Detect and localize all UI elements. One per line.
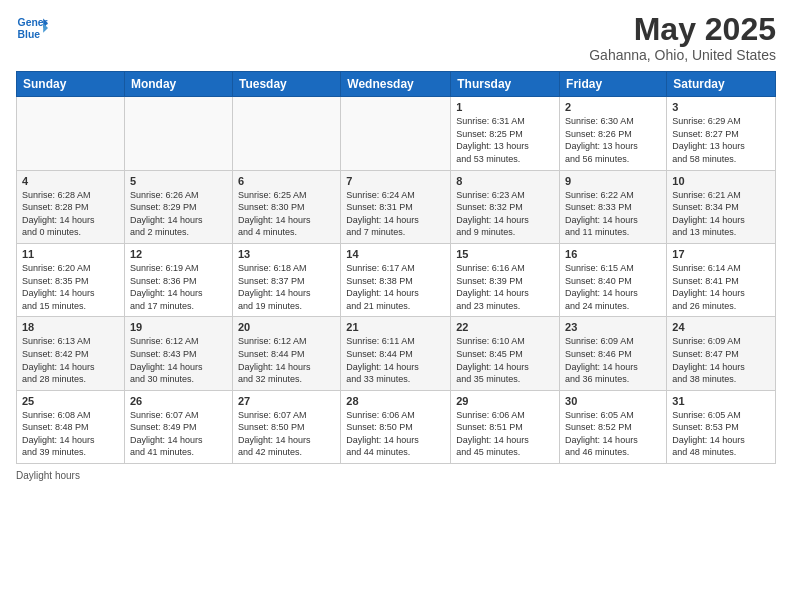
- calendar-cell: 23Sunrise: 6:09 AM Sunset: 8:46 PM Dayli…: [560, 317, 667, 390]
- footer-text: Daylight hours: [16, 470, 80, 481]
- footer: Daylight hours: [16, 470, 776, 481]
- day-number: 29: [456, 395, 554, 407]
- calendar-day-header: Tuesday: [232, 72, 340, 97]
- day-number: 10: [672, 175, 770, 187]
- day-number: 5: [130, 175, 227, 187]
- calendar-table: SundayMondayTuesdayWednesdayThursdayFrid…: [16, 71, 776, 464]
- title-block: May 2025 Gahanna, Ohio, United States: [589, 12, 776, 63]
- day-number: 15: [456, 248, 554, 260]
- day-number: 7: [346, 175, 445, 187]
- day-number: 6: [238, 175, 335, 187]
- day-info: Sunrise: 6:09 AM Sunset: 8:46 PM Dayligh…: [565, 335, 661, 385]
- calendar-cell: [341, 97, 451, 170]
- calendar-cell: 27Sunrise: 6:07 AM Sunset: 8:50 PM Dayli…: [232, 390, 340, 463]
- calendar-day-header: Monday: [124, 72, 232, 97]
- day-number: 23: [565, 321, 661, 333]
- day-info: Sunrise: 6:20 AM Sunset: 8:35 PM Dayligh…: [22, 262, 119, 312]
- day-number: 21: [346, 321, 445, 333]
- calendar-cell: 2Sunrise: 6:30 AM Sunset: 8:26 PM Daylig…: [560, 97, 667, 170]
- day-number: 9: [565, 175, 661, 187]
- day-number: 18: [22, 321, 119, 333]
- header: General Blue May 2025 Gahanna, Ohio, Uni…: [16, 12, 776, 63]
- calendar-cell: 25Sunrise: 6:08 AM Sunset: 8:48 PM Dayli…: [17, 390, 125, 463]
- day-number: 22: [456, 321, 554, 333]
- calendar-week-row: 18Sunrise: 6:13 AM Sunset: 8:42 PM Dayli…: [17, 317, 776, 390]
- calendar-cell: 28Sunrise: 6:06 AM Sunset: 8:50 PM Dayli…: [341, 390, 451, 463]
- calendar-cell: [124, 97, 232, 170]
- logo-icon: General Blue: [16, 12, 48, 44]
- day-number: 30: [565, 395, 661, 407]
- day-info: Sunrise: 6:28 AM Sunset: 8:28 PM Dayligh…: [22, 189, 119, 239]
- day-info: Sunrise: 6:31 AM Sunset: 8:25 PM Dayligh…: [456, 115, 554, 165]
- calendar-cell: 7Sunrise: 6:24 AM Sunset: 8:31 PM Daylig…: [341, 170, 451, 243]
- calendar-day-header: Wednesday: [341, 72, 451, 97]
- day-number: 13: [238, 248, 335, 260]
- day-number: 24: [672, 321, 770, 333]
- day-number: 12: [130, 248, 227, 260]
- calendar-cell: 16Sunrise: 6:15 AM Sunset: 8:40 PM Dayli…: [560, 243, 667, 316]
- day-info: Sunrise: 6:14 AM Sunset: 8:41 PM Dayligh…: [672, 262, 770, 312]
- day-info: Sunrise: 6:05 AM Sunset: 8:52 PM Dayligh…: [565, 409, 661, 459]
- day-info: Sunrise: 6:17 AM Sunset: 8:38 PM Dayligh…: [346, 262, 445, 312]
- day-number: 1: [456, 101, 554, 113]
- day-info: Sunrise: 6:21 AM Sunset: 8:34 PM Dayligh…: [672, 189, 770, 239]
- calendar-cell: 18Sunrise: 6:13 AM Sunset: 8:42 PM Dayli…: [17, 317, 125, 390]
- calendar-cell: 3Sunrise: 6:29 AM Sunset: 8:27 PM Daylig…: [667, 97, 776, 170]
- calendar-cell: 22Sunrise: 6:10 AM Sunset: 8:45 PM Dayli…: [451, 317, 560, 390]
- calendar-cell: 9Sunrise: 6:22 AM Sunset: 8:33 PM Daylig…: [560, 170, 667, 243]
- calendar-cell: 1Sunrise: 6:31 AM Sunset: 8:25 PM Daylig…: [451, 97, 560, 170]
- day-info: Sunrise: 6:09 AM Sunset: 8:47 PM Dayligh…: [672, 335, 770, 385]
- day-number: 8: [456, 175, 554, 187]
- calendar-cell: 19Sunrise: 6:12 AM Sunset: 8:43 PM Dayli…: [124, 317, 232, 390]
- day-number: 20: [238, 321, 335, 333]
- calendar-week-row: 25Sunrise: 6:08 AM Sunset: 8:48 PM Dayli…: [17, 390, 776, 463]
- day-number: 17: [672, 248, 770, 260]
- calendar-cell: 26Sunrise: 6:07 AM Sunset: 8:49 PM Dayli…: [124, 390, 232, 463]
- month-title: May 2025: [589, 12, 776, 47]
- day-number: 19: [130, 321, 227, 333]
- day-info: Sunrise: 6:13 AM Sunset: 8:42 PM Dayligh…: [22, 335, 119, 385]
- day-info: Sunrise: 6:16 AM Sunset: 8:39 PM Dayligh…: [456, 262, 554, 312]
- day-info: Sunrise: 6:11 AM Sunset: 8:44 PM Dayligh…: [346, 335, 445, 385]
- calendar-cell: 20Sunrise: 6:12 AM Sunset: 8:44 PM Dayli…: [232, 317, 340, 390]
- location: Gahanna, Ohio, United States: [589, 47, 776, 63]
- day-info: Sunrise: 6:07 AM Sunset: 8:49 PM Dayligh…: [130, 409, 227, 459]
- day-info: Sunrise: 6:24 AM Sunset: 8:31 PM Dayligh…: [346, 189, 445, 239]
- svg-text:Blue: Blue: [18, 29, 41, 40]
- calendar-cell: 5Sunrise: 6:26 AM Sunset: 8:29 PM Daylig…: [124, 170, 232, 243]
- day-number: 28: [346, 395, 445, 407]
- calendar-cell: 17Sunrise: 6:14 AM Sunset: 8:41 PM Dayli…: [667, 243, 776, 316]
- page: General Blue May 2025 Gahanna, Ohio, Uni…: [0, 0, 792, 489]
- day-info: Sunrise: 6:15 AM Sunset: 8:40 PM Dayligh…: [565, 262, 661, 312]
- calendar-cell: [17, 97, 125, 170]
- calendar-cell: 15Sunrise: 6:16 AM Sunset: 8:39 PM Dayli…: [451, 243, 560, 316]
- day-number: 25: [22, 395, 119, 407]
- calendar-cell: 10Sunrise: 6:21 AM Sunset: 8:34 PM Dayli…: [667, 170, 776, 243]
- calendar-cell: 31Sunrise: 6:05 AM Sunset: 8:53 PM Dayli…: [667, 390, 776, 463]
- calendar-week-row: 1Sunrise: 6:31 AM Sunset: 8:25 PM Daylig…: [17, 97, 776, 170]
- day-info: Sunrise: 6:19 AM Sunset: 8:36 PM Dayligh…: [130, 262, 227, 312]
- calendar-cell: 8Sunrise: 6:23 AM Sunset: 8:32 PM Daylig…: [451, 170, 560, 243]
- day-number: 16: [565, 248, 661, 260]
- day-number: 31: [672, 395, 770, 407]
- calendar-cell: 6Sunrise: 6:25 AM Sunset: 8:30 PM Daylig…: [232, 170, 340, 243]
- day-number: 14: [346, 248, 445, 260]
- calendar-week-row: 11Sunrise: 6:20 AM Sunset: 8:35 PM Dayli…: [17, 243, 776, 316]
- calendar-header-row: SundayMondayTuesdayWednesdayThursdayFrid…: [17, 72, 776, 97]
- day-number: 11: [22, 248, 119, 260]
- day-info: Sunrise: 6:26 AM Sunset: 8:29 PM Dayligh…: [130, 189, 227, 239]
- day-info: Sunrise: 6:23 AM Sunset: 8:32 PM Dayligh…: [456, 189, 554, 239]
- day-info: Sunrise: 6:05 AM Sunset: 8:53 PM Dayligh…: [672, 409, 770, 459]
- calendar-cell: 14Sunrise: 6:17 AM Sunset: 8:38 PM Dayli…: [341, 243, 451, 316]
- calendar-day-header: Saturday: [667, 72, 776, 97]
- calendar-cell: 21Sunrise: 6:11 AM Sunset: 8:44 PM Dayli…: [341, 317, 451, 390]
- calendar-cell: 13Sunrise: 6:18 AM Sunset: 8:37 PM Dayli…: [232, 243, 340, 316]
- day-info: Sunrise: 6:25 AM Sunset: 8:30 PM Dayligh…: [238, 189, 335, 239]
- day-number: 26: [130, 395, 227, 407]
- calendar-cell: 4Sunrise: 6:28 AM Sunset: 8:28 PM Daylig…: [17, 170, 125, 243]
- calendar-cell: 24Sunrise: 6:09 AM Sunset: 8:47 PM Dayli…: [667, 317, 776, 390]
- day-info: Sunrise: 6:10 AM Sunset: 8:45 PM Dayligh…: [456, 335, 554, 385]
- calendar-cell: 12Sunrise: 6:19 AM Sunset: 8:36 PM Dayli…: [124, 243, 232, 316]
- calendar-day-header: Thursday: [451, 72, 560, 97]
- day-number: 27: [238, 395, 335, 407]
